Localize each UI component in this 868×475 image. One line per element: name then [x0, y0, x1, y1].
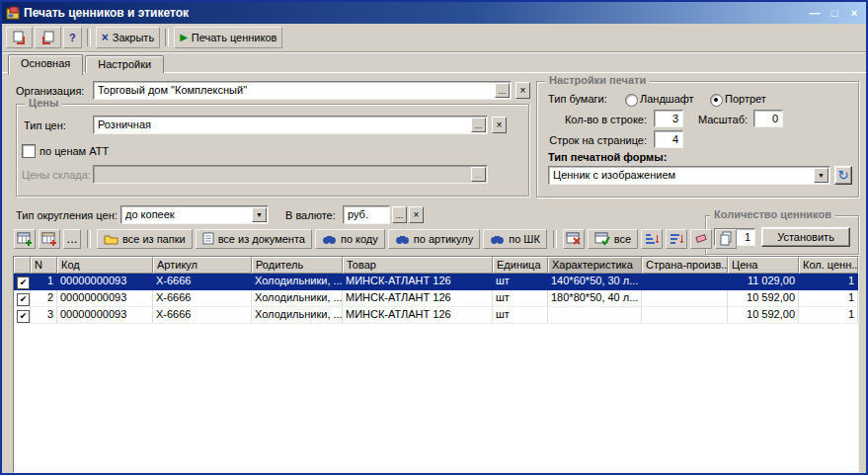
sort-ascending-button[interactable]: [641, 229, 663, 249]
column-header-qty[interactable]: Кол. ценн...: [799, 257, 858, 274]
cell-parent[interactable]: Холодильники, ...: [252, 274, 343, 290]
column-header-n[interactable]: N: [31, 257, 57, 274]
column-header-product[interactable]: Товар: [343, 257, 493, 274]
column-header-code[interactable]: Код: [57, 257, 153, 274]
uncheck-all-button[interactable]: [563, 229, 585, 249]
rounding-dropdown-button[interactable]: ▼: [252, 207, 267, 222]
currency-picker-button[interactable]: ...: [392, 206, 407, 223]
select-by-barcode-button[interactable]: по ШК: [483, 229, 547, 249]
rounding-combobox[interactable]: до копеек ▼: [120, 205, 269, 224]
paper-landscape-radio[interactable]: [625, 94, 638, 107]
scale-input[interactable]: 0: [753, 110, 783, 127]
organization-field[interactable]: Торговый дом "Комплексный" ...: [93, 81, 512, 100]
check-all-button[interactable]: все: [588, 229, 638, 249]
form-type-combobox[interactable]: Ценник с изображением ▼: [548, 166, 830, 185]
minimize-button[interactable]: —: [807, 5, 823, 21]
row-checkbox-checked-icon[interactable]: ✔: [17, 293, 30, 306]
cell-characteristic[interactable]: 140*60*50, 30 л...: [548, 274, 642, 290]
att-prices-checkbox[interactable]: [22, 144, 36, 158]
cell-price[interactable]: 11 029,00: [728, 274, 799, 290]
cell-country[interactable]: [642, 307, 728, 324]
column-header-unit[interactable]: Единица: [493, 257, 548, 274]
cell-characteristic[interactable]: 180*80*50, 40 л...: [548, 290, 642, 307]
print-tags-button[interactable]: ▶ Печать ценников: [174, 27, 282, 48]
maximize-button[interactable]: □: [827, 5, 842, 21]
cell-code[interactable]: 00000000093: [57, 274, 153, 290]
paper-portrait-radio[interactable]: [710, 94, 723, 107]
more-actions-button[interactable]: ...: [63, 229, 81, 249]
price-type-clear-button[interactable]: ×: [492, 117, 507, 133]
cell-n[interactable]: 3: [31, 307, 57, 324]
cell-qty[interactable]: 1: [799, 307, 858, 324]
sort-descending-button[interactable]: [666, 229, 687, 249]
att-prices-label[interactable]: по ценам АТТ: [39, 145, 109, 157]
cell-product[interactable]: МИНСК-АТЛАНТ 126: [343, 307, 493, 324]
currency-clear-button[interactable]: ×: [409, 206, 424, 223]
table-row[interactable]: ✔ 2 00000000093 Х-6666 Холодильники, ...…: [14, 290, 858, 307]
row-checkbox-checked-icon[interactable]: ✔: [17, 310, 30, 323]
cell-country[interactable]: [642, 274, 728, 290]
set-quantity-button[interactable]: Установить: [761, 227, 850, 247]
titlebar[interactable]: Печать ценников и этикеток — □ ×: [2, 2, 866, 24]
table-row[interactable]: ✔ 3 00000000093 Х-6666 Холодильники, ...…: [14, 307, 858, 324]
cell-parent[interactable]: Холодильники, ...: [252, 307, 343, 324]
close-form-button[interactable]: × Закрыть: [96, 27, 160, 48]
cell-n[interactable]: 1: [31, 274, 57, 290]
column-header-article[interactable]: Артикул: [153, 257, 252, 274]
copy-icon-button[interactable]: [715, 229, 737, 249]
cell-qty[interactable]: 1: [799, 274, 858, 290]
table-row[interactable]: ✔ 1 00000000093 Х-6666 Холодильники, ...…: [14, 274, 858, 290]
cell-country[interactable]: [642, 290, 728, 307]
select-by-code-button[interactable]: по коду: [315, 229, 385, 249]
cell-unit[interactable]: шт: [493, 307, 548, 324]
all-from-folder-button[interactable]: все из папки: [97, 229, 193, 249]
cell-parent[interactable]: Холодильники, ...: [252, 290, 343, 307]
column-header-check[interactable]: [14, 257, 31, 274]
cell-code[interactable]: 00000000093: [57, 290, 153, 307]
rows-per-page-input[interactable]: 4: [654, 130, 683, 148]
cell-check[interactable]: ✔: [14, 307, 31, 324]
organization-picker-button[interactable]: ...: [495, 83, 510, 98]
form-type-refresh-button[interactable]: ↻: [834, 166, 852, 185]
form-type-dropdown-button[interactable]: ▼: [814, 168, 829, 183]
select-by-article-button[interactable]: по артикулу: [388, 229, 480, 249]
column-header-parent[interactable]: Родитель: [252, 257, 343, 274]
price-type-picker-button[interactable]: ...: [471, 118, 486, 132]
restore-settings-button[interactable]: [35, 27, 61, 48]
tab-main[interactable]: Основная: [8, 54, 83, 75]
cell-product[interactable]: МИНСК-АТЛАНТ 126: [343, 290, 493, 307]
table-cross-icon: [566, 232, 582, 246]
all-from-document-button[interactable]: все из документа: [196, 229, 312, 249]
tab-settings[interactable]: Настройки: [85, 55, 164, 73]
help-button[interactable]: ?: [63, 27, 82, 48]
add-group-button[interactable]: [39, 229, 60, 249]
cell-article[interactable]: Х-6666: [153, 290, 252, 307]
cell-price[interactable]: 10 592,00: [728, 290, 799, 307]
organization-clear-button[interactable]: ×: [515, 82, 530, 99]
cell-price[interactable]: 10 592,00: [728, 307, 799, 324]
column-header-price[interactable]: Цена: [728, 257, 799, 274]
cell-unit[interactable]: шт: [493, 274, 548, 290]
cell-article[interactable]: Х-6666: [153, 307, 252, 324]
column-header-country[interactable]: Страна-произв...: [642, 257, 728, 274]
paper-landscape-label[interactable]: Ландшафт: [640, 93, 694, 105]
close-window-button[interactable]: ×: [846, 5, 862, 21]
cell-check[interactable]: ✔: [14, 274, 31, 290]
save-settings-button[interactable]: [6, 27, 33, 48]
currency-field[interactable]: руб.: [343, 205, 390, 224]
row-checkbox-checked-icon[interactable]: ✔: [17, 277, 30, 289]
add-row-button[interactable]: [14, 229, 36, 249]
cell-article[interactable]: Х-6666: [153, 274, 252, 290]
cell-product[interactable]: МИНСК-АТЛАНТ 126: [343, 274, 493, 290]
column-header-characteristic[interactable]: Характеристика: [548, 257, 642, 274]
cell-check[interactable]: ✔: [14, 290, 31, 307]
cell-characteristic[interactable]: [548, 307, 642, 324]
cell-qty[interactable]: 1: [799, 290, 858, 307]
price-type-field[interactable]: Розничная ...: [93, 116, 488, 134]
paper-portrait-label[interactable]: Портрет: [725, 93, 766, 105]
per-row-input[interactable]: 3: [654, 110, 683, 127]
clear-list-button[interactable]: [690, 229, 712, 249]
cell-n[interactable]: 2: [31, 290, 57, 307]
cell-unit[interactable]: шт: [493, 290, 548, 307]
cell-code[interactable]: 00000000093: [57, 307, 153, 324]
